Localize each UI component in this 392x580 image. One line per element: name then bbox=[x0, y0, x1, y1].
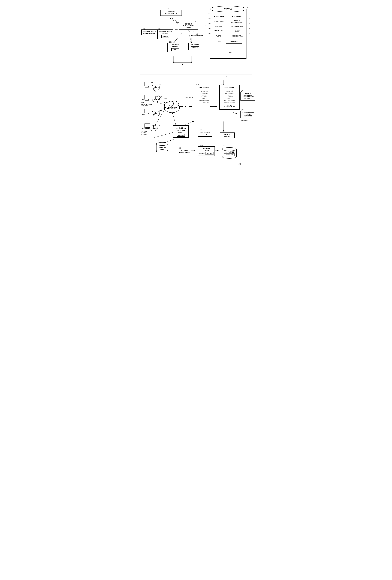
top-diagram: 164 CONTENTADMINISTRATION 162 CONTENTMAN… bbox=[140, 2, 252, 70]
security-db-cylinder: SECURITY DB PROFILES bbox=[222, 147, 237, 158]
ref-174: 174 bbox=[200, 129, 202, 131]
optional-label: *OPTIONAL bbox=[241, 120, 248, 122]
diagram-container: 164 CONTENTADMINISTRATION 162 CONTENTMAN… bbox=[140, 2, 252, 176]
custom-func-inner: CUSTOMFUNCTIONALITY bbox=[223, 104, 236, 108]
ref-144: 144 bbox=[208, 17, 211, 19]
web-server-box: WEB SERVER SUN NETRAT1, 360 MHZULTRASPAR… bbox=[194, 85, 214, 104]
oracle-db-cylinder: ORACLE TECH RESULTS REGULATIONS RESEARCH… bbox=[209, 5, 247, 60]
xml-cloud-2: XML bbox=[151, 95, 160, 102]
app-server-title: APP SERVER bbox=[221, 86, 238, 89]
svg-text:PUBLICATIONS: PUBLICATIONS bbox=[232, 16, 242, 17]
ref-170: 170 bbox=[190, 41, 192, 43]
svg-text:INDEX DB: INDEX DB bbox=[159, 146, 166, 148]
svg-text:XML: XML bbox=[154, 113, 157, 114]
post-xml-label: POST XMLTO WEBLIKE URL's bbox=[141, 131, 151, 135]
svg-text:PROFILES: PROFILES bbox=[226, 154, 233, 155]
computer-2 bbox=[144, 95, 151, 101]
personalization-server-label: SERVER bbox=[161, 35, 169, 38]
food-manufacturers-label: FOODMANUFACTURERS/SUPPLIERS bbox=[141, 102, 150, 107]
content-admin-box: CONTENTADMINISTRATION bbox=[160, 10, 182, 16]
ref-138: 138 bbox=[248, 22, 250, 24]
spec-xml-box: SPECXML CRAWLERAND SEARCHENGINE SERVER bbox=[173, 125, 189, 138]
content-server-box: CONTENTSERVER SERVER bbox=[167, 43, 183, 52]
ref-122: 122 bbox=[157, 125, 160, 127]
ref-182: 182 bbox=[157, 140, 159, 142]
ref-106: 106 bbox=[142, 99, 145, 101]
svg-rect-74 bbox=[145, 109, 150, 113]
ref-160: 160 bbox=[169, 41, 172, 43]
app-server-box: APP SERVER SUN E250,2x400 MHZULTRASPARC5… bbox=[219, 85, 240, 110]
svg-text:HACCP: HACCP bbox=[235, 30, 240, 32]
eprocurement-box: e-PROCUREMENTENGINEINTERFACE bbox=[241, 111, 255, 118]
svg-rect-68 bbox=[146, 99, 148, 100]
ad-server-label: SERVER bbox=[191, 46, 199, 49]
top-arrow-right: ↓ bbox=[226, 76, 227, 77]
ref-100: 100 bbox=[239, 163, 241, 165]
computer-1 bbox=[144, 82, 151, 88]
svg-rect-61 bbox=[146, 86, 148, 87]
ref-142: 142 bbox=[208, 12, 211, 14]
security-policy-box: SECURITYPOLICYSERVER SERVER bbox=[198, 146, 215, 156]
svg-rect-69 bbox=[145, 100, 149, 100]
ref-108: 108 bbox=[150, 82, 153, 83]
xml-cloud-3: XML bbox=[151, 109, 160, 116]
svg-line-38 bbox=[154, 102, 165, 105]
xml-cloud-1: XML bbox=[151, 83, 160, 90]
svg-text:AUDITS: AUDITS bbox=[216, 35, 221, 37]
search-engine-box: SEARCHENGINE bbox=[220, 133, 235, 138]
ref-152: 152 bbox=[248, 32, 250, 34]
web-server-title: WEB SERVER bbox=[195, 86, 213, 89]
ref-146: 146 bbox=[208, 22, 211, 24]
svg-text:SECURITY DB: SECURITY DB bbox=[225, 151, 234, 153]
svg-point-94 bbox=[156, 143, 168, 145]
svg-text:REGULATIONS: REGULATIONS bbox=[214, 21, 224, 22]
ref-114: 114 bbox=[159, 110, 162, 112]
ref-130: 130 bbox=[221, 83, 224, 85]
ref-136: 136 bbox=[248, 17, 250, 19]
web-server-logs-box: WEB SERVERLOGS bbox=[198, 131, 212, 137]
svg-rect-83 bbox=[145, 129, 149, 129]
personalization-admin-box: PERSONALIZATIONADMINISTRATION bbox=[141, 29, 157, 35]
svg-line-57 bbox=[154, 133, 173, 138]
svg-rect-62 bbox=[145, 87, 149, 87]
svg-text:INTERNET: INTERNET bbox=[168, 107, 176, 109]
internet-cloud: INTERNET bbox=[163, 99, 180, 113]
svg-line-48 bbox=[231, 112, 237, 114]
ref-104: 104 bbox=[142, 113, 145, 115]
svg-text:DATABASE: DATABASE bbox=[230, 41, 238, 42]
svg-point-91 bbox=[168, 101, 174, 106]
ref-132: 132 bbox=[229, 52, 232, 53]
svg-line-0 bbox=[170, 16, 179, 23]
svg-text:KOSHER/HATAL: KOSHER/HATAL bbox=[232, 35, 243, 37]
ref-180: 180 bbox=[241, 109, 244, 111]
svg-rect-60 bbox=[145, 82, 150, 86]
ref-156: 156 bbox=[223, 145, 226, 147]
content-mgmt-box: CONTENTMANAGEMENTENGINE bbox=[179, 22, 198, 30]
ref-128: 128 bbox=[196, 83, 199, 85]
svg-rect-82 bbox=[146, 128, 148, 129]
spec-xml-server: SERVER bbox=[177, 134, 185, 137]
svg-text:TECHNICAL INFO.: TECHNICAL INFO. bbox=[231, 25, 243, 27]
content-server-label: SERVER bbox=[171, 48, 179, 51]
svg-line-6 bbox=[174, 33, 182, 43]
ref-148: 148 bbox=[208, 27, 211, 29]
ref-134: 134 bbox=[248, 27, 250, 29]
svg-text:TECH RESULTS: TECH RESULTS bbox=[213, 16, 224, 17]
svg-rect-76 bbox=[145, 114, 149, 115]
ad-admin-box: ADADMINISTRATION bbox=[190, 32, 204, 38]
svg-text:RESEARCH: RESEARCH bbox=[215, 25, 223, 27]
firewall-rect bbox=[186, 99, 189, 113]
web-server-specs: SUN NETRAT1, 360 MHZULTRASPARC512MB2 x 1… bbox=[195, 89, 213, 103]
app-server-specs: SUN E250,2x400 MHZULTRASPARC512MB2 x 18G… bbox=[221, 89, 238, 103]
bottom-diagram: ↓ ↓ 108 XML 110 bbox=[140, 74, 252, 176]
ref-116: 116 bbox=[174, 123, 176, 125]
svg-text:XML: XML bbox=[154, 87, 157, 88]
ad-engine-box: AD ENGINE SERVER bbox=[188, 43, 202, 50]
ref-144: 144 bbox=[221, 131, 223, 133]
security-policy-server-label: SERVER bbox=[206, 152, 214, 155]
xml-cloud-4: XML bbox=[149, 124, 158, 131]
svg-text:CONTACT LIST: CONTACT LIST bbox=[214, 30, 224, 31]
svg-text:ORACLE: ORACLE bbox=[224, 8, 232, 10]
svg-point-98 bbox=[222, 147, 237, 151]
computer-3 bbox=[144, 109, 151, 116]
